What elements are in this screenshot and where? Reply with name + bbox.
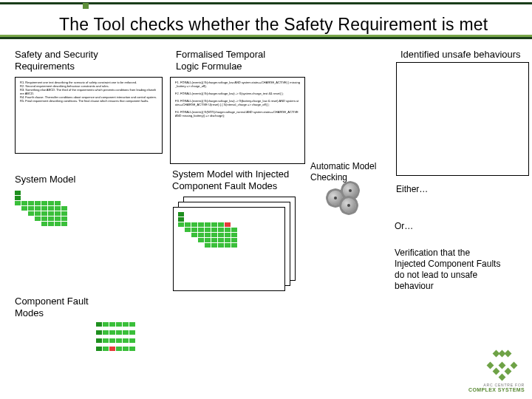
ltl-filler-text: F1. FORALL(events){ G(charger.voltage_lo… — [171, 78, 304, 120]
label-safety-security: Safety and Security Requirements — [15, 49, 98, 73]
label-or: Or… — [395, 221, 413, 232]
header-rule-top — [0, 2, 532, 4]
component-fault-modes-graphic — [96, 322, 135, 352]
header-accent-square — [83, 3, 89, 9]
page-title: The Tool checks whether the Safety Requi… — [59, 15, 488, 35]
panel-unsafe-behaviours — [396, 62, 529, 176]
header-rule-bottom-dark — [0, 37, 532, 39]
panel-safety-reqs: R1. Requirement one text describing the … — [15, 77, 163, 154]
logo-line2: COMPLEX SYSTEMS — [451, 387, 525, 393]
label-injected: System Model with Injected Component Fau… — [172, 168, 289, 193]
label-system-model: System Model — [15, 174, 75, 185]
panel-formulae: F1. FORALL(events){ G(charger.voltage_lo… — [170, 77, 305, 164]
label-formalised: Formalised Temporal Logic Formulae — [176, 49, 265, 73]
system-model-graphic — [15, 191, 67, 227]
label-automatic-checking: Automatic Model Checking — [310, 161, 376, 183]
label-either: Either… — [396, 184, 428, 195]
panel-injected-stack — [173, 197, 294, 290]
label-verification: Verification that the Injected Component… — [395, 248, 520, 292]
logo-complex-systems: ARC CENTRE FOR COMPLEX SYSTEMS — [451, 351, 525, 393]
label-component-fault-modes: Component Fault Modes — [15, 296, 89, 320]
gears-icon — [325, 183, 369, 216]
reqs-filler-text: R1. Requirement one text describing the … — [16, 78, 162, 106]
label-identified: Identified unsafe behaviours — [400, 49, 521, 61]
